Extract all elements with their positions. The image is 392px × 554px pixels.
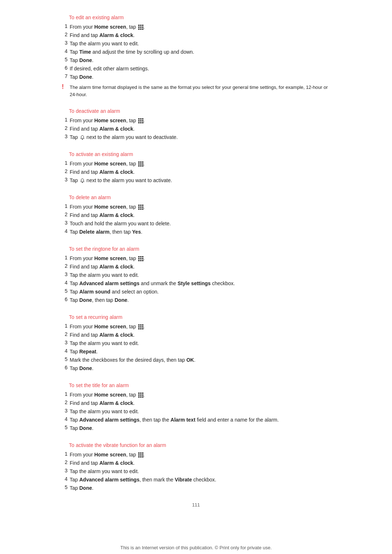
step-item: 2Find and tap Alarm & clock. bbox=[58, 459, 334, 467]
bell-icon bbox=[80, 135, 85, 140]
step-number: 2 bbox=[62, 168, 70, 174]
svg-rect-73 bbox=[142, 456, 143, 458]
steps-list-delete-alarm: 1From your Home screen, tap .2Find and t… bbox=[58, 203, 334, 236]
step-item: 4Tap Advanced alarm settings, then tap t… bbox=[58, 416, 334, 424]
steps-list-activate-vibrate: 1From your Home screen, tap .2Find and t… bbox=[58, 451, 334, 492]
step-number: 6 bbox=[62, 296, 70, 302]
step-item: 3Tap next to the alarm you want to deact… bbox=[58, 134, 334, 141]
section-title-activate-alarm: To activate an existing alarm bbox=[58, 151, 334, 157]
step-item: 5Tap Done. bbox=[58, 57, 334, 64]
page-content: To edit an existing alarm1From your Home… bbox=[58, 0, 334, 538]
step-content: From your Home screen, tap . bbox=[70, 451, 145, 459]
svg-rect-65 bbox=[138, 452, 140, 454]
step-number: 6 bbox=[62, 365, 70, 370]
svg-rect-29 bbox=[138, 205, 140, 206]
step-content: Find and tap Alarm & clock. bbox=[70, 32, 135, 39]
step-item: 1From your Home screen, tap . bbox=[58, 255, 334, 262]
step-item: 3Touch and hold the alarm you want to de… bbox=[58, 220, 334, 227]
step-item: 3Tap the alarm you want to edit. bbox=[58, 468, 334, 475]
step-number: 2 bbox=[62, 125, 70, 131]
svg-rect-67 bbox=[142, 452, 143, 454]
step-content: Tap Done. bbox=[70, 73, 93, 81]
svg-rect-5 bbox=[142, 27, 143, 28]
svg-rect-52 bbox=[142, 327, 143, 328]
step-content: Tap Time and adjust the time by scrollin… bbox=[70, 48, 194, 56]
svg-rect-35 bbox=[138, 209, 140, 210]
step-number: 1 bbox=[62, 23, 70, 29]
step-content: Tap Delete alarm, then tap Yes. bbox=[70, 228, 142, 236]
section-activate-vibrate: To activate the vibrate function for an … bbox=[58, 442, 334, 492]
step-content: From your Home screen, tap . bbox=[70, 160, 145, 168]
step-item: 6If desired, edit other alarm settings. bbox=[58, 65, 334, 73]
steps-list-deactivate-alarm: 1From your Home screen, tap .2Find and t… bbox=[58, 117, 334, 141]
step-content: Find and tap Alarm & clock. bbox=[70, 168, 135, 176]
svg-rect-0 bbox=[138, 25, 140, 26]
footer-text: This is an Internet version of this publ… bbox=[120, 545, 271, 550]
page-number: 111 bbox=[58, 502, 334, 508]
step-content: Touch and hold the alarm you want to del… bbox=[70, 220, 171, 227]
step-number: 4 bbox=[62, 476, 70, 482]
svg-rect-56 bbox=[138, 393, 140, 394]
svg-rect-16 bbox=[140, 122, 142, 124]
svg-rect-30 bbox=[140, 205, 142, 206]
step-number: 2 bbox=[62, 32, 70, 37]
step-number: 1 bbox=[62, 255, 70, 260]
grid-icon bbox=[138, 24, 143, 29]
svg-rect-20 bbox=[140, 161, 142, 163]
step-content: Find and tap Alarm & clock. bbox=[70, 399, 135, 407]
step-content: Tap Done. bbox=[70, 484, 93, 492]
section-title-set-ringtone: To set the ringtone for an alarm bbox=[58, 246, 334, 252]
svg-rect-3 bbox=[138, 27, 140, 28]
svg-rect-32 bbox=[138, 207, 140, 208]
step-content: Tap the alarm you want to edit. bbox=[70, 468, 139, 475]
svg-rect-72 bbox=[140, 456, 142, 458]
grid-icon bbox=[138, 392, 143, 397]
step-item: 1From your Home screen, tap . bbox=[58, 160, 334, 168]
step-item: 3Tap the alarm you want to edit. bbox=[58, 40, 334, 48]
step-number: 1 bbox=[62, 160, 70, 166]
section-delete-alarm: To delete an alarm1From your Home screen… bbox=[58, 194, 334, 236]
step-content: Tap Done. bbox=[70, 424, 93, 432]
svg-rect-38 bbox=[138, 256, 140, 258]
step-number: 3 bbox=[62, 134, 70, 139]
step-number: 5 bbox=[62, 424, 70, 430]
step-content: If desired, edit other alarm settings. bbox=[70, 65, 149, 73]
step-number: 6 bbox=[62, 65, 70, 71]
svg-rect-66 bbox=[140, 452, 142, 454]
svg-rect-21 bbox=[142, 161, 143, 163]
step-content: Tap Advanced alarm settings, then tap th… bbox=[70, 416, 279, 424]
section-title-delete-alarm: To delete an alarm bbox=[58, 194, 334, 200]
svg-rect-26 bbox=[140, 165, 142, 167]
section-title-set-recurring: To set a recurring alarm bbox=[58, 314, 334, 320]
step-content: Find and tap Alarm & clock. bbox=[70, 212, 135, 219]
step-number: 2 bbox=[62, 263, 70, 269]
svg-rect-48 bbox=[140, 324, 142, 326]
step-item: 2Find and tap Alarm & clock. bbox=[58, 331, 334, 339]
step-number: 4 bbox=[62, 228, 70, 234]
svg-point-28 bbox=[82, 182, 83, 183]
section-edit-alarm: To edit an existing alarm1From your Home… bbox=[58, 15, 334, 98]
step-content: From your Home screen, tap . bbox=[70, 23, 145, 31]
svg-rect-23 bbox=[140, 164, 142, 165]
step-number: 5 bbox=[62, 57, 70, 62]
step-item: 5Tap Done. bbox=[58, 484, 334, 492]
step-item: 4Tap Delete alarm, then tap Yes. bbox=[58, 228, 334, 236]
svg-rect-46 bbox=[142, 260, 143, 262]
step-number: 3 bbox=[62, 220, 70, 226]
step-content: Mark the checkboxes for the desired days… bbox=[70, 356, 195, 364]
step-item: 1From your Home screen, tap . bbox=[58, 23, 334, 31]
step-number: 1 bbox=[62, 391, 70, 397]
svg-rect-57 bbox=[140, 393, 142, 394]
svg-rect-13 bbox=[140, 120, 142, 122]
step-item: 3Tap the alarm you want to edit. bbox=[58, 408, 334, 415]
svg-rect-6 bbox=[138, 29, 140, 30]
grid-icon bbox=[138, 204, 143, 209]
step-number: 3 bbox=[62, 40, 70, 46]
svg-rect-25 bbox=[138, 165, 140, 167]
svg-rect-8 bbox=[142, 29, 143, 30]
step-item: 5Tap Done. bbox=[58, 424, 334, 432]
step-item: 5Mark the checkboxes for the desired day… bbox=[58, 356, 334, 364]
step-number: 1 bbox=[62, 451, 70, 457]
svg-rect-40 bbox=[142, 256, 143, 258]
step-number: 2 bbox=[62, 459, 70, 465]
